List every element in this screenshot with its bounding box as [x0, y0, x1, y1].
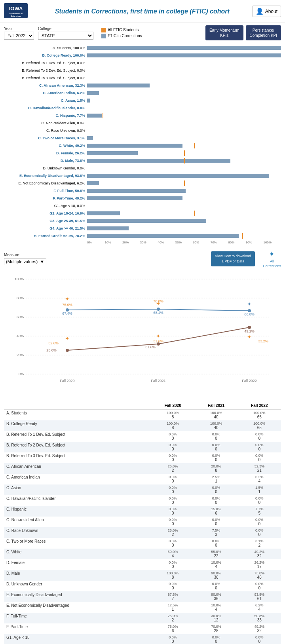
row-cell: 0.0%0: [151, 517, 194, 527]
cell-pct: 0.0%: [154, 539, 192, 543]
cell-pct: 0.0%: [154, 496, 192, 500]
cell-num: 21: [240, 468, 279, 473]
year-control: Year Fall 2022: [4, 27, 34, 40]
bar-container: [87, 105, 281, 111]
cell-pct: 25.0%: [154, 464, 192, 468]
row-cell: 90.0%36: [194, 570, 238, 581]
line-chart-svg: 100% 80% 60% 40% 20% 0% 67.4% 68.4% 66.8…: [8, 275, 277, 394]
x-tick-50: 50%: [175, 241, 193, 244]
cell-num: 12: [197, 618, 235, 622]
cell-pct: 1.5%: [240, 486, 279, 490]
legend-label-corrections: FTIC in Corrections: [108, 34, 142, 38]
row-cell: 10.0%4: [194, 559, 238, 570]
year-label: Year: [4, 27, 34, 31]
row-cell: 3.1%2: [238, 538, 281, 549]
table-row: F. Part-Time75.0%670.0%2849.2%32: [4, 623, 281, 634]
college-select[interactable]: STATE: [38, 32, 93, 40]
view-download-btn[interactable]: View How to downloada PDF or Data: [211, 251, 255, 266]
logo-text: IOWA Department of Education: [4, 3, 28, 19]
bar-row: C. Hawaiian/Pacific Islander, 0.0%: [4, 104, 281, 112]
row-label: D. Unknown Gender: [4, 581, 151, 591]
x-tick-90: 90%: [246, 241, 264, 244]
cell-pct: 0.0%: [240, 496, 279, 500]
table-row: D. Female0.0%010.0%426.2%17: [4, 559, 281, 570]
row-cell: 0.0%0: [194, 495, 238, 506]
cell-pct: 0.0%: [154, 518, 192, 522]
row-cell: 100.0%65: [238, 410, 281, 421]
cell-num: 4: [240, 607, 279, 612]
cell-num: 28: [197, 629, 235, 633]
bar-label: C. Non-resident Alien, 0.0%: [4, 121, 87, 125]
cell-num: 0: [154, 639, 192, 644]
bar-label: C. African American, 32.3%: [4, 84, 87, 87]
cell-num: 40: [197, 426, 235, 430]
row-cell: 0.0%0: [238, 517, 281, 527]
row-cell: 25.0%2: [151, 527, 194, 538]
cell-pct: 50.0%: [154, 550, 192, 554]
cell-num: 0: [197, 500, 235, 505]
bar-row: E. Economically Disadvantaged, 93.8%: [4, 172, 281, 179]
cell-num: 2: [154, 532, 192, 537]
college-label: College: [38, 27, 93, 31]
table-row: A. Students100.0%8100.0%40100.0%65: [4, 410, 281, 421]
svg-text:75.0%: 75.0%: [62, 303, 72, 307]
early-momentum-btn[interactable]: Early MomentumKPIs: [205, 25, 243, 40]
bar-row: A. Students, 100.0%: [4, 44, 281, 51]
row-cell: 0.0%0: [194, 452, 238, 463]
year-select[interactable]: Fall 2022: [4, 32, 34, 40]
cell-pct: 49.2%: [240, 625, 279, 629]
cell-num: 36: [197, 597, 235, 601]
row-cell: 100.0%40: [194, 420, 238, 431]
row-cell: 49.2%32: [238, 549, 281, 559]
bar-label: C. Asian, 1.5%: [4, 99, 87, 103]
bar-fill: [87, 99, 90, 103]
cell-pct: 100.0%: [154, 571, 192, 575]
completion-kpi-btn[interactable]: Persistance/Completion KPI: [246, 25, 281, 40]
table-row: D. Male100.0%890.0%3673.8%48: [4, 570, 281, 581]
bar-label: G4. Age >= 40, 21.5%: [4, 226, 87, 230]
row-cell: 100.0%8: [151, 410, 194, 421]
cell-num: 0: [154, 447, 192, 451]
about-button[interactable]: 👤 About: [252, 6, 281, 17]
all-corrections-btn[interactable]: ✦ All Corrections: [263, 250, 281, 268]
cell-pct: 0.0%: [240, 582, 279, 586]
cell-pct: 90.0%: [197, 593, 235, 597]
cell-pct: 0.0%: [154, 486, 192, 490]
row-cell: 93.8%61: [238, 591, 281, 602]
cell-pct: 0.0%: [197, 539, 235, 543]
table-row: B. Referred To 2 Dev. Ed. Subject0.0%00.…: [4, 442, 281, 452]
cell-pct: 0.0%: [154, 475, 192, 479]
row-cell: 0.0%0: [238, 452, 281, 463]
measure-section: Measure (Multiple values) ▼ View How to …: [0, 247, 285, 271]
legend-color-ftic: [101, 28, 106, 32]
table-row: D. Unknown Gender0.0%00.0%00.0%0: [4, 581, 281, 591]
cell-pct: 0.0%: [240, 518, 279, 522]
bar-orange-marker: [184, 158, 185, 163]
row-cell: 55.0%22: [194, 549, 238, 559]
bar-row: C. Race Unknown, 0.0%: [4, 127, 281, 134]
cell-pct: 7.5%: [197, 528, 235, 532]
table-row: C. Race Unknown25.0%27.5%30.0%0: [4, 527, 281, 538]
cell-num: 36: [197, 575, 235, 579]
x-tick-0: 0%: [87, 241, 105, 244]
row-cell: 25.0%2: [151, 613, 194, 623]
row-label: C. White: [4, 549, 151, 559]
cell-pct: 100.0%: [154, 422, 192, 426]
measure-select-wrap[interactable]: (Multiple values) ▼: [4, 258, 46, 265]
table-row: G1. Age < 180.0%00.0%00.0%0: [4, 634, 281, 644]
row-label: C. African American: [4, 463, 151, 474]
x-tick-70: 70%: [211, 241, 228, 244]
bar-fill: [87, 234, 239, 238]
svg-point-16: [66, 308, 69, 312]
cell-num: 5: [240, 511, 279, 515]
cell-pct: 0.0%: [197, 582, 235, 586]
cell-pct: 0.0%: [154, 582, 192, 586]
cell-num: 6: [197, 511, 235, 515]
row-cell: 0.0%0: [151, 484, 194, 495]
x-tick-10: 10%: [105, 241, 123, 244]
row-cell: 30.0%12: [194, 613, 238, 623]
bar-container: [87, 158, 281, 163]
bar-row: G1. Age < 18, 0.0%: [4, 202, 281, 209]
cell-pct: 0.0%: [154, 635, 192, 639]
cell-pct: 7.7%: [240, 507, 279, 511]
